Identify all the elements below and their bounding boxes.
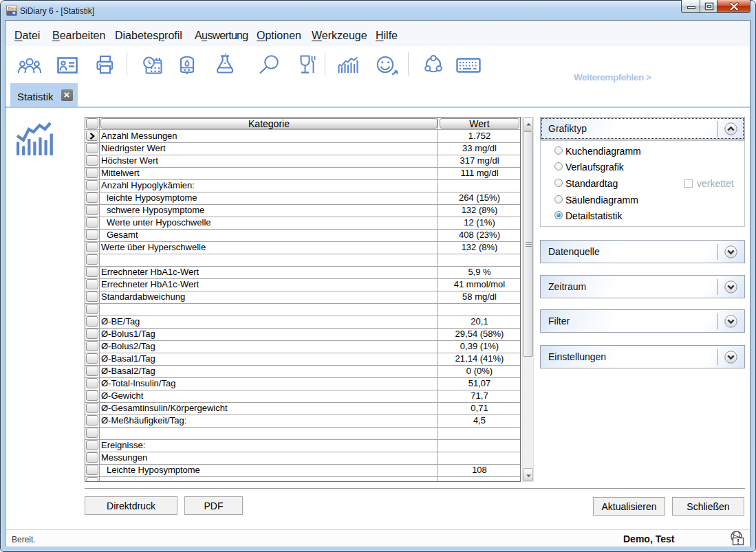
svg-text:Diary: Diary <box>8 6 17 10</box>
